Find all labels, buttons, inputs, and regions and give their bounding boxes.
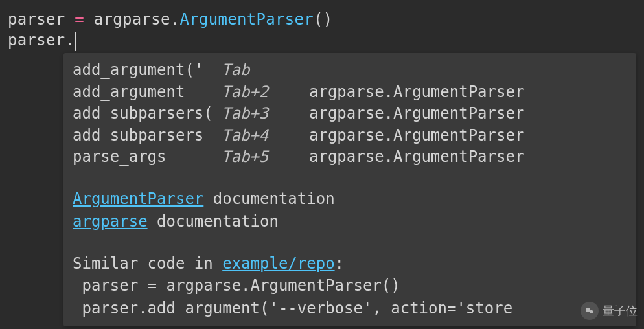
completion-shortcut: Tab+2 (222, 82, 309, 104)
code-line-1: parser = argparse.ArgumentParser() (8, 9, 636, 30)
watermark-text: 量子位 (603, 303, 638, 319)
completion-text: add_subparsers( (73, 103, 222, 125)
completion-shortcut: Tab+3 (222, 103, 309, 125)
completion-text: add_argument (73, 82, 222, 104)
completion-origin: argparse.ArgumentParser (309, 103, 524, 125)
similar-code-link[interactable]: example/repo (222, 255, 334, 273)
token-space (84, 10, 94, 28)
completion-origin: argparse.ArgumentParser (309, 82, 524, 104)
similar-code-suffix: : (335, 255, 344, 273)
token-var: parser (8, 10, 65, 28)
svg-point-0 (586, 308, 590, 312)
wechat-icon (581, 302, 599, 320)
completion-item[interactable]: add_argument('Tab (73, 60, 627, 82)
completion-shortcut: Tab+5 (222, 146, 309, 168)
example-code-line: parser.add_argument('--verbose', action=… (73, 297, 627, 320)
completion-text: add_subparsers (73, 125, 222, 147)
doc-link-line: argparse documentation (73, 210, 627, 233)
completion-text: add_argument(' (73, 60, 222, 82)
token-var: parser (8, 31, 65, 49)
code-line-2[interactable]: parser. (8, 30, 636, 51)
similar-code-prefix: Similar code in (73, 255, 222, 273)
text-cursor (75, 32, 76, 51)
token-module: argparse (94, 10, 170, 28)
svg-point-1 (590, 310, 593, 313)
completion-item[interactable]: add_argumentTab+2argparse.ArgumentParser (73, 82, 627, 104)
completion-origin: argparse.ArgumentParser (309, 146, 524, 168)
similar-code-block: Similar code in example/repo: parser = a… (73, 253, 627, 320)
token-space (65, 10, 75, 28)
token-operator: = (75, 10, 84, 28)
token-dot: . (65, 31, 75, 49)
autocomplete-popup[interactable]: add_argument('Tabadd_argumentTab+2argpar… (63, 53, 636, 326)
documentation-links: ArgumentParser documentationargparse doc… (73, 188, 627, 233)
completion-item[interactable]: parse_argsTab+5argparse.ArgumentParser (73, 146, 627, 168)
completion-item[interactable]: add_subparsersTab+4argparse.ArgumentPars… (73, 125, 627, 147)
token-class: ArgumentParser (180, 10, 314, 28)
doc-link[interactable]: argparse (73, 212, 148, 231)
doc-link-line: ArgumentParser documentation (73, 188, 627, 210)
watermark: 量子位 (581, 302, 638, 320)
completion-text: parse_args (73, 146, 222, 168)
completion-shortcut: Tab+4 (222, 125, 309, 147)
completion-origin: argparse.ArgumentParser (309, 125, 524, 147)
doc-link[interactable]: ArgumentParser (73, 190, 203, 208)
doc-link-suffix: documentation (203, 190, 334, 208)
token-paren: () (314, 10, 333, 28)
example-code-line: parser = argparse.ArgumentParser() (73, 275, 627, 297)
completion-item[interactable]: add_subparsers(Tab+3argparse.ArgumentPar… (73, 103, 627, 125)
doc-link-suffix: documentation (148, 212, 279, 231)
completion-shortcut: Tab (222, 60, 309, 82)
token-dot: . (170, 10, 180, 28)
